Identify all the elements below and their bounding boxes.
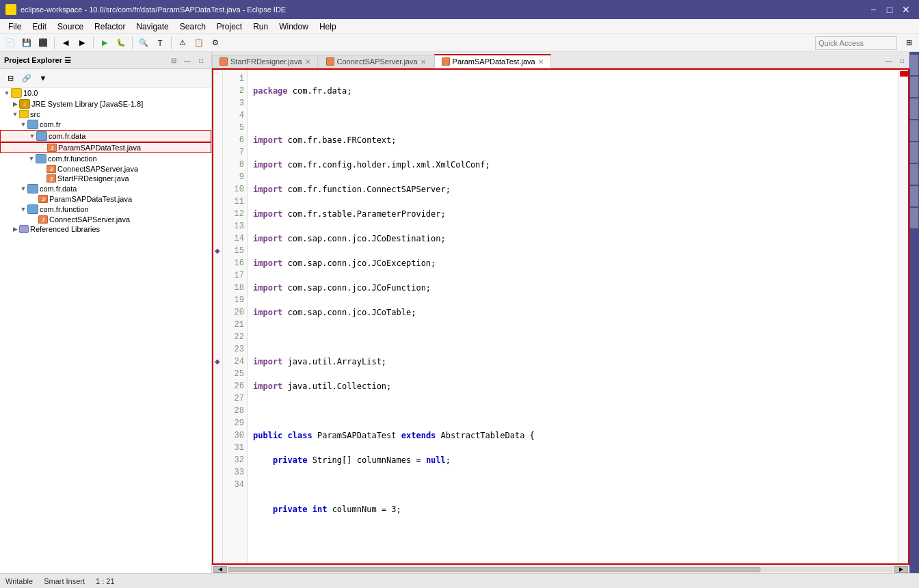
arrow-jre: ▶ bbox=[11, 101, 19, 107]
rsp-btn-1[interactable] bbox=[910, 55, 918, 75]
tree-item-comfrdata2[interactable]: ▼ com.fr.data bbox=[0, 183, 211, 194]
rsp-btn-6[interactable] bbox=[910, 164, 918, 185]
tree-item-comfrfunction1[interactable]: ▼ com.fr.function bbox=[0, 153, 211, 164]
scroll-right-btn[interactable]: ▶ bbox=[894, 566, 908, 573]
code-line-11 bbox=[253, 331, 893, 343]
editor-right-gutter[interactable] bbox=[898, 70, 908, 563]
toolbar-console[interactable]: 📋 bbox=[191, 36, 207, 51]
java-startfr1-icon: J bbox=[46, 174, 56, 183]
code-line-19 bbox=[253, 528, 893, 540]
tree-item-connectsap1[interactable]: ▼ J ConnectSAPServer.java bbox=[0, 164, 211, 174]
code-line-15: public class ParamSAPDataTest extends Ab… bbox=[253, 429, 893, 442]
menu-navigate[interactable]: Navigate bbox=[131, 21, 174, 33]
menu-window[interactable]: Window bbox=[274, 21, 314, 33]
code-line-7: import com.sap.conn.jco.JCoDestination; bbox=[253, 232, 893, 245]
toolbar-save-all[interactable]: ⬛ bbox=[36, 36, 51, 51]
toolbar-problems[interactable]: ⚠ bbox=[175, 36, 190, 51]
tab-icon-connectsap bbox=[326, 57, 334, 66]
toolbar-save[interactable]: 💾 bbox=[19, 36, 34, 51]
status-insert-mode: Smart Insert bbox=[44, 577, 85, 585]
tree-item-jre[interactable]: ▶ J JRE System Library [JavaSE-1.8] bbox=[0, 98, 211, 109]
editor-container: ◆ ◆ 12345 678910 1112131415 1617181920 2… bbox=[212, 68, 909, 565]
code-line-12: import java.util.ArrayList; bbox=[253, 356, 893, 368]
tree-label-comfr: com.fr bbox=[40, 120, 61, 129]
tree-item-reflibs[interactable]: ▶ Referenced Libraries bbox=[0, 224, 211, 234]
toolbar-perspective[interactable]: ⊞ bbox=[901, 36, 916, 51]
tab-label-paramsap: ParamSAPDataTest.java bbox=[453, 57, 535, 66]
tree-item-comfrfunction2[interactable]: ▼ com.fr.function bbox=[0, 204, 211, 215]
arrow-src: ▼ bbox=[11, 111, 19, 118]
editor-area: StartFRDesigner.java ✕ ConnectSAPServer.… bbox=[212, 52, 909, 573]
toolbar-open-type[interactable]: T bbox=[152, 36, 168, 51]
gutter-top-marker bbox=[900, 71, 908, 77]
sidebar-maximize[interactable]: □ bbox=[195, 54, 207, 66]
sidebar-collapse[interactable]: ⊟ bbox=[168, 54, 180, 66]
toolbar-sep2 bbox=[93, 37, 94, 49]
toolbar-debug[interactable]: 🐛 bbox=[114, 36, 129, 51]
package-comfrdata1-icon bbox=[36, 131, 47, 141]
menu-project[interactable]: Project bbox=[211, 21, 248, 33]
arrow-comfrfunction2: ▼ bbox=[19, 206, 27, 213]
editor-minimize-btn[interactable]: — bbox=[882, 54, 894, 66]
editor-maximize-btn[interactable]: □ bbox=[896, 54, 908, 66]
tree-label-root: 10.0 bbox=[23, 89, 38, 97]
sidebar-collapse-all[interactable]: ⊟ bbox=[3, 70, 18, 85]
tab-close-startfr[interactable]: ✕ bbox=[305, 58, 310, 66]
tree-item-startfr1[interactable]: ▼ J StartFRDesigner.java bbox=[0, 174, 211, 183]
tree-item-paramsap1[interactable]: ▼ J ParamSAPDataTest.java bbox=[0, 142, 211, 153]
java-paramsap1-icon: J bbox=[47, 144, 57, 152]
editor-tab-controls: — □ bbox=[881, 53, 909, 68]
marker-line15: ◆ bbox=[213, 245, 222, 256]
scroll-left-btn[interactable]: ◀ bbox=[213, 566, 227, 573]
quick-access-input[interactable] bbox=[815, 36, 897, 50]
close-button[interactable]: ✕ bbox=[898, 3, 914, 16]
tree-label-comfrdata2: com.fr.data bbox=[40, 185, 77, 193]
rsp-btn-4[interactable] bbox=[910, 120, 918, 141]
menu-run[interactable]: Run bbox=[248, 21, 274, 33]
tab-startfr[interactable]: StartFRDesigner.java ✕ bbox=[212, 55, 318, 68]
sidebar-link[interactable]: 🔗 bbox=[19, 70, 34, 85]
toolbar-pref[interactable]: ⚙ bbox=[208, 36, 223, 51]
rsp-btn-7[interactable] bbox=[910, 186, 918, 206]
package-comfr-icon bbox=[27, 120, 38, 129]
toolbar-new[interactable]: 📄 bbox=[3, 36, 18, 51]
tree-item-paramsap2[interactable]: ▼ J ParamSAPDataTest.java bbox=[0, 194, 211, 204]
rsp-btn-8[interactable] bbox=[910, 208, 918, 228]
rsp-btn-3[interactable] bbox=[910, 98, 918, 119]
tab-paramsap[interactable]: ParamSAPDataTest.java ✕ bbox=[434, 54, 551, 68]
sidebar-filter[interactable]: ▼ bbox=[36, 70, 51, 85]
minimize-button[interactable]: − bbox=[866, 3, 881, 16]
arrow-comfrfunction1: ▼ bbox=[27, 155, 36, 162]
scroll-track[interactable] bbox=[228, 567, 893, 572]
menu-help[interactable]: Help bbox=[314, 21, 342, 33]
tab-close-paramsap[interactable]: ✕ bbox=[538, 58, 544, 66]
horizontal-scrollbar[interactable]: ◀ ▶ bbox=[212, 565, 909, 573]
rsp-btn-5[interactable] bbox=[910, 142, 918, 163]
lib-icon bbox=[19, 225, 29, 233]
tab-connectsap[interactable]: ConnectSAPServer.java ✕ bbox=[319, 55, 434, 68]
tree-item-connectsap2[interactable]: ▼ J ConnectSAPServer.java bbox=[0, 215, 211, 224]
scroll-thumb[interactable] bbox=[228, 567, 760, 572]
arrow-root: ▼ bbox=[3, 90, 11, 96]
code-line-18: private int columnNum = 3; bbox=[253, 503, 893, 516]
menu-edit[interactable]: Edit bbox=[27, 21, 52, 33]
menu-refactor[interactable]: Refactor bbox=[89, 21, 131, 33]
sidebar-minimize[interactable]: — bbox=[181, 54, 194, 66]
code-editor[interactable]: package com.fr.data; import com.fr.base.… bbox=[248, 70, 898, 563]
tab-close-connectsap[interactable]: ✕ bbox=[421, 58, 426, 66]
toolbar-back[interactable]: ◀ bbox=[58, 36, 73, 51]
tree-item-comfr[interactable]: ▼ com.fr bbox=[0, 119, 211, 130]
tree-item-root[interactable]: ▼ 10.0 bbox=[0, 88, 211, 98]
maximize-button[interactable]: □ bbox=[882, 3, 897, 16]
menu-search[interactable]: Search bbox=[174, 21, 211, 33]
menu-source[interactable]: Source bbox=[52, 21, 89, 33]
toolbar-forward[interactable]: ▶ bbox=[75, 36, 90, 51]
toolbar-run[interactable]: ▶ bbox=[97, 36, 112, 51]
rsp-btn-2[interactable] bbox=[910, 77, 918, 97]
arrow-reflibs: ▶ bbox=[11, 226, 19, 232]
tree-item-src[interactable]: ▼ src bbox=[0, 109, 211, 119]
tree-item-comfrdata1[interactable]: ▼ com.fr.data bbox=[0, 130, 211, 142]
toolbar-search[interactable]: 🔍 bbox=[136, 36, 151, 51]
menu-file[interactable]: File bbox=[3, 21, 27, 33]
tree-label-comfrdata1: com.fr.data bbox=[49, 132, 85, 140]
